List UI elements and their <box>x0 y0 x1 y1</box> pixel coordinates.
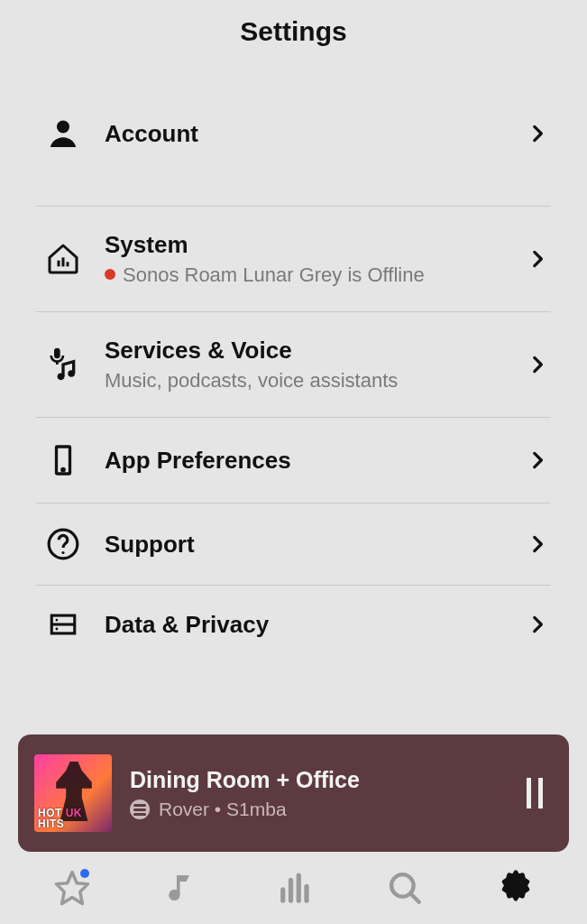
row-services[interactable]: Services & Voice Music, podcasts, voice … <box>36 312 551 418</box>
svg-line-22 <box>410 893 418 901</box>
storage-icon <box>36 609 90 640</box>
svg-point-7 <box>68 370 75 377</box>
svg-point-6 <box>58 374 65 381</box>
mini-player-text: Dining Room + Office Rover • S1mba <box>112 767 517 820</box>
tab-music[interactable] <box>161 865 206 910</box>
chevron-right-icon <box>524 613 551 636</box>
settings-screen: Settings Account System Sonos <box>0 0 587 924</box>
help-icon <box>36 527 90 561</box>
row-system-subtitle: Sonos Roam Lunar Grey is Offline <box>105 262 524 289</box>
svg-point-14 <box>56 619 59 622</box>
mic-music-icon <box>36 346 90 383</box>
svg-point-11 <box>61 551 64 554</box>
row-account-title: Account <box>105 119 524 149</box>
settings-list: Account System Sonos Roam Lunar Grey is … <box>0 83 587 725</box>
page-title: Settings <box>0 16 587 47</box>
row-services-subtitle: Music, podcasts, voice assistants <box>105 367 524 394</box>
mini-player-track: Rover • S1mba <box>130 799 517 820</box>
row-support-title: Support <box>105 530 524 559</box>
person-icon <box>36 116 90 152</box>
gear-icon <box>497 869 535 907</box>
svg-point-9 <box>62 469 64 471</box>
music-note-icon <box>164 869 202 907</box>
status-dot-icon <box>105 269 115 280</box>
mini-player-room: Dining Room + Office <box>130 767 517 793</box>
bars-icon <box>275 869 313 907</box>
album-art: HOT UKHITS <box>34 754 112 832</box>
row-appprefs-title: App Preferences <box>105 446 524 476</box>
chevron-right-icon <box>524 532 551 556</box>
row-services-title: Services & Voice <box>105 336 524 365</box>
svg-rect-4 <box>54 348 60 359</box>
chevron-right-icon <box>524 122 551 145</box>
pause-button[interactable] <box>517 778 553 808</box>
row-account[interactable]: Account <box>36 83 551 207</box>
chevron-right-icon <box>524 448 551 472</box>
tab-favorites[interactable] <box>50 865 95 910</box>
row-data-title: Data & Privacy <box>105 610 524 640</box>
row-system[interactable]: System Sonos Roam Lunar Grey is Offline <box>36 207 551 312</box>
mini-player-track-text: Rover • S1mba <box>159 799 287 820</box>
search-icon <box>386 869 424 907</box>
row-data-privacy[interactable]: Data & Privacy <box>36 586 551 663</box>
row-system-subtitle-text: Sonos Roam Lunar Grey is Offline <box>123 262 425 289</box>
house-icon <box>36 241 90 277</box>
mini-player[interactable]: HOT UKHITS Dining Room + Office Rover • … <box>18 735 569 852</box>
tab-settings[interactable] <box>493 865 538 910</box>
svg-point-15 <box>56 628 59 631</box>
tab-search[interactable] <box>382 865 427 910</box>
chevron-right-icon <box>524 353 551 376</box>
svg-point-0 <box>57 121 69 134</box>
spotify-icon <box>130 799 150 819</box>
notification-badge-icon <box>80 869 89 878</box>
tab-bar <box>0 852 587 924</box>
row-app-preferences[interactable]: App Preferences <box>36 418 551 504</box>
phone-icon <box>36 441 90 479</box>
row-support[interactable]: Support <box>36 504 551 586</box>
tab-rooms[interactable] <box>271 865 316 910</box>
row-system-title: System <box>105 230 524 260</box>
chevron-right-icon <box>524 247 551 271</box>
header: Settings <box>0 0 587 83</box>
